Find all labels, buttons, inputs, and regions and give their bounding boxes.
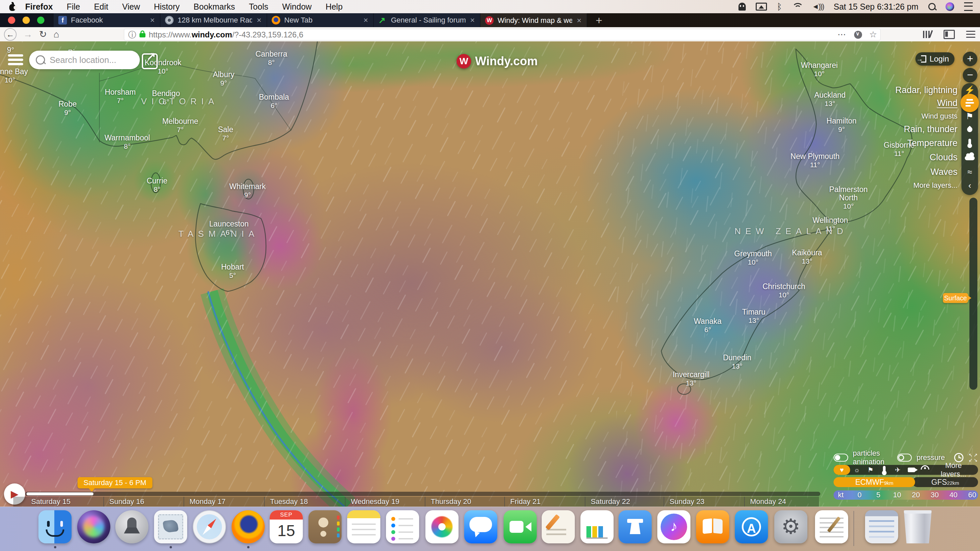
notification-center-icon[interactable]	[964, 2, 973, 11]
share-icon[interactable]	[142, 53, 158, 69]
layer-clouds[interactable]: Clouds	[930, 152, 958, 163]
waves-icon[interactable]: ≈	[961, 168, 978, 176]
dock-icon-itunes[interactable]: ♪	[657, 510, 690, 543]
timeline-day-5[interactable]: Wednesday 19	[351, 497, 399, 507]
dock-icon-ibooks[interactable]	[696, 510, 729, 543]
dock-icon-appstore[interactable]: A	[735, 510, 768, 543]
dock-icon-photos[interactable]	[425, 510, 458, 543]
layer-temperature[interactable]: Temperature	[907, 138, 958, 148]
dock-icon-siri[interactable]	[77, 510, 110, 543]
spotlight-icon[interactable]	[928, 3, 935, 10]
airplay-display-icon[interactable]	[756, 3, 767, 11]
library-icon[interactable]	[923, 30, 932, 39]
dock-icon-messages[interactable]	[464, 510, 497, 543]
timeline-days[interactable]: Saturday 15Sunday 16Monday 17Tuesday 18W…	[13, 497, 819, 507]
timeline-track[interactable]	[25, 492, 820, 496]
dock-icon-sysprefs[interactable]: ⚙	[774, 510, 807, 543]
page-actions-icon[interactable]: ⋯	[838, 30, 847, 40]
dock-icon-trash[interactable]	[901, 510, 934, 543]
ghostery-icon[interactable]	[738, 3, 746, 11]
layer-wind[interactable]: Wind	[937, 98, 958, 108]
timeline-day-2[interactable]: Sunday 16	[109, 497, 144, 507]
windy-menu-icon[interactable]	[8, 54, 23, 66]
dock-icon-safari[interactable]	[193, 510, 226, 543]
timeline-day-1[interactable]: Saturday 15	[31, 497, 70, 507]
model-ecmwf-button[interactable]: ECMWF9km	[834, 477, 915, 487]
wifi-icon[interactable]	[792, 3, 802, 10]
bluetooth-icon[interactable]: ᛒ	[777, 2, 782, 11]
new-tab-button[interactable]: +	[587, 14, 611, 26]
bookmark-star-icon[interactable]: ☆	[869, 30, 877, 40]
chevron-icon[interactable]: ‹	[961, 181, 978, 190]
windsock-icon[interactable]: ⚑	[961, 112, 978, 121]
tab-new-tab[interactable]: New Tab×	[267, 13, 374, 27]
menu-edit[interactable]: Edit	[87, 2, 115, 11]
dock-icon-notes[interactable]	[347, 510, 380, 543]
menu-window[interactable]: Window	[275, 2, 319, 11]
menu-tools[interactable]: Tools	[242, 2, 275, 11]
dock-icon-launchpad[interactable]	[115, 510, 148, 543]
quick-more-layers[interactable]: More layers...	[932, 461, 978, 478]
menu-bookmarks[interactable]: Bookmarks	[186, 2, 242, 11]
timeline-day-3[interactable]: Monday 17	[189, 497, 226, 507]
close-window-button[interactable]	[8, 17, 15, 24]
menu-view[interactable]: View	[115, 2, 147, 11]
dock-icon-finder[interactable]	[38, 510, 72, 543]
tab-close-icon[interactable]: ×	[576, 16, 582, 25]
volume-icon[interactable]: ◄)))	[812, 2, 824, 11]
layer-rain-thunder[interactable]: Rain, thunder	[904, 124, 958, 135]
home-button[interactable]: ⌂	[53, 30, 59, 39]
dock-icon-keynote[interactable]	[619, 510, 652, 543]
zoom-out-button[interactable]: −	[963, 68, 977, 83]
time-settings-icon[interactable]	[954, 453, 963, 462]
sidebar-icon[interactable]	[943, 30, 955, 39]
dock-icon-contacts[interactable]	[309, 510, 342, 543]
siri-icon[interactable]	[945, 2, 954, 11]
cloud-icon[interactable]	[961, 153, 978, 162]
surface-level-badge[interactable]: Surface	[943, 293, 968, 303]
menu-history[interactable]: History	[147, 2, 187, 11]
login-button[interactable]: Login	[915, 52, 955, 65]
menu-help[interactable]: Help	[319, 2, 350, 11]
menu-file[interactable]: File	[60, 2, 87, 11]
tab-facebook[interactable]: fFacebook×	[54, 13, 160, 27]
timeline-day-9[interactable]: Sunday 23	[670, 497, 704, 507]
pocket-icon[interactable]	[854, 31, 862, 39]
layer-waves[interactable]: Waves	[930, 167, 958, 177]
quick-windsock-icon[interactable]: ⚑	[864, 467, 877, 473]
zoom-window-button[interactable]	[37, 17, 45, 24]
altitude-slider[interactable]	[969, 198, 977, 390]
firefox-menu-icon[interactable]	[966, 34, 975, 35]
windy-logo[interactable]: W Windy.com	[457, 54, 538, 68]
particles-toggle[interactable]	[834, 454, 848, 462]
lightning-icon[interactable]: ⚡	[961, 86, 978, 94]
dock-icon-calendar[interactable]: SEP15	[270, 510, 303, 543]
layer-wind-gusts[interactable]: Wind gusts	[921, 112, 958, 121]
dock-icon-numbers[interactable]	[581, 510, 614, 543]
zoom-in-button[interactable]: +	[963, 52, 977, 66]
tab-general-sailing-forums-s[interactable]: General - Sailing forums | Seab×	[374, 13, 480, 27]
dock-icon-facetime[interactable]	[504, 510, 537, 543]
menu-firefox[interactable]: Firefox	[25, 2, 60, 11]
back-button[interactable]: ←	[4, 28, 17, 41]
pressure-toggle[interactable]	[897, 454, 912, 462]
timeline-day-10[interactable]: Monday 24	[750, 497, 786, 507]
tab-close-icon[interactable]: ×	[150, 16, 155, 25]
dock-icon-firefox[interactable]	[232, 510, 265, 543]
dock-icon-textedit[interactable]	[815, 510, 848, 543]
thermo-icon[interactable]	[961, 139, 978, 148]
tab-close-icon[interactable]: ×	[363, 16, 369, 25]
search-input[interactable]	[49, 55, 127, 65]
timeline-day-8[interactable]: Saturday 22	[591, 497, 630, 507]
weather-map[interactable]: 9°vonne Bay10°PinnarooKoondrook10°Canber…	[0, 41, 980, 507]
quick-heart-icon[interactable]: ♥	[834, 465, 850, 475]
dock-icon-mail[interactable]	[154, 510, 187, 543]
model-gfs-button[interactable]: GFS22km	[912, 477, 978, 487]
dock-icon-pages[interactable]	[542, 510, 575, 543]
timeline-day-7[interactable]: Friday 21	[510, 497, 541, 507]
quick-sun-icon[interactable]: ☼	[850, 467, 864, 473]
reload-button[interactable]: ↻	[39, 30, 47, 39]
page-info-icon[interactable]: ⓘ	[128, 30, 136, 40]
timeline-day-4[interactable]: Tuesday 18	[270, 497, 308, 507]
dock-icon-window[interactable]	[865, 510, 898, 543]
